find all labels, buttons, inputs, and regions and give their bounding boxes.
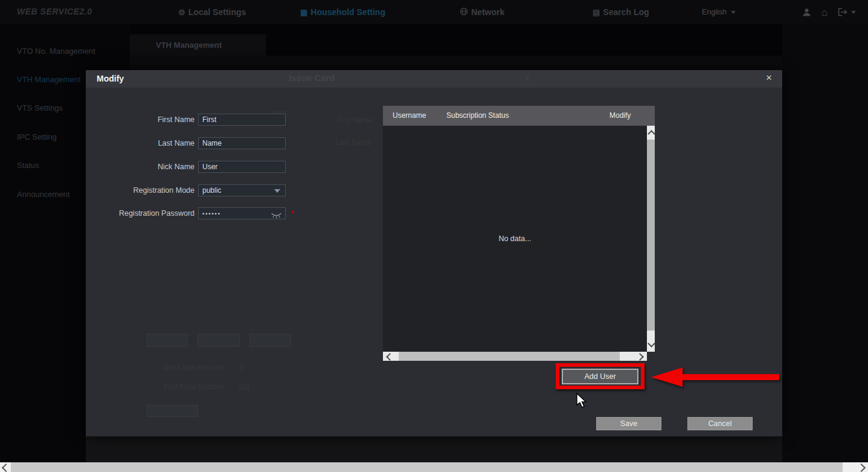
nick-name-label: Nick Name [98, 161, 194, 173]
log-icon: ▤ [593, 8, 600, 16]
sidebar-item-ipc-setting[interactable]: IPC Setting [17, 132, 57, 141]
ghost-dialog-title: Issue Card [289, 73, 335, 83]
scroll-left-icon[interactable] [2, 464, 10, 472]
page-horizontal-scrollbar[interactable] [0, 462, 868, 472]
horizontal-scroll-thumb[interactable] [399, 352, 620, 361]
first-name-field[interactable] [198, 114, 286, 126]
ghost-button [147, 334, 188, 347]
chevron-down-icon [274, 189, 280, 193]
ghost-label-unit-layer: Unit Layer Amount [163, 363, 223, 372]
form-row-nick-name: Nick Name [86, 161, 303, 173]
form-row-registration-password: Registration Password * [86, 207, 303, 219]
first-name-label: First Name [98, 114, 194, 126]
nav-local-settings-label: Local Settings [188, 7, 246, 17]
last-name-label: Last Name [98, 137, 194, 149]
gear-icon: ⚙ [178, 8, 185, 16]
registration-mode-value: public [202, 186, 221, 195]
last-name-field[interactable] [198, 137, 286, 149]
table-header: Username Subscription Status Modify [383, 106, 655, 126]
registration-mode-select[interactable]: public [198, 184, 286, 196]
globe-icon [460, 7, 468, 17]
column-modify: Modify [609, 111, 631, 120]
nav-network[interactable]: Network [460, 0, 504, 24]
content-band [130, 56, 782, 71]
save-button[interactable]: Save [596, 417, 661, 430]
ghost-label-first-name: First Name [337, 116, 373, 124]
scroll-right-icon[interactable] [636, 353, 644, 361]
ghost-button [198, 334, 240, 347]
ghost-value-first-floor: 101 [238, 383, 250, 391]
scrollbar-corner [647, 352, 655, 361]
scroll-up-icon[interactable] [648, 130, 655, 138]
registration-mode-label: Registration Mode [98, 184, 194, 196]
horizontal-scrollbar[interactable] [383, 352, 647, 361]
tab-vth-management[interactable]: VTH Management [130, 34, 266, 56]
column-username: Username [393, 111, 426, 120]
form-row-registration-mode: Registration Mode public [86, 184, 303, 196]
ghost-close-icon: X [524, 73, 530, 83]
table-body: No data... [383, 126, 647, 352]
ghost-value-unit-layer: 5 [240, 363, 244, 372]
form-row-last-name: Last Name [86, 137, 303, 149]
scroll-down-icon[interactable] [648, 340, 655, 348]
sidebar-item-vts-settings[interactable]: VTS Settings [17, 103, 63, 112]
cancel-button[interactable]: Cancel [687, 417, 753, 430]
language-label: English [702, 8, 727, 16]
column-subscription-status: Subscription Status [446, 111, 509, 120]
red-highlight-box: Add User [556, 363, 645, 389]
ghost-label-first-floor: First Floor Number [164, 383, 224, 391]
ghost-button [249, 334, 291, 347]
cancel-button-label: Cancel [709, 419, 732, 428]
language-selector[interactable]: English [702, 0, 736, 24]
mouse-cursor [576, 393, 590, 412]
nick-name-field[interactable] [198, 161, 286, 173]
save-button-label: Save [620, 419, 638, 428]
tab-vth-management-label: VTH Management [156, 40, 222, 50]
chevron-down-icon [851, 11, 856, 14]
close-icon[interactable]: × [764, 72, 774, 84]
add-user-button[interactable]: Add User [562, 369, 638, 384]
user-profile-icon[interactable] [802, 8, 811, 17]
dimmed-content-strip [86, 436, 782, 462]
logout-icon[interactable] [838, 8, 856, 16]
page-scroll-thumb[interactable] [11, 462, 843, 472]
red-arrow-annotation [648, 365, 782, 392]
nav-search-log[interactable]: ▤ Search Log [593, 0, 649, 24]
chevron-down-icon [731, 11, 736, 14]
sidebar-item-announcement[interactable]: Announcement [17, 190, 69, 199]
scroll-right-icon[interactable] [857, 464, 866, 472]
ghost-button [147, 405, 198, 417]
nav-network-label: Network [471, 7, 504, 17]
add-user-button-label: Add User [584, 372, 616, 381]
topbar-icon-group: ⌂ [802, 0, 856, 24]
vertical-scroll-thumb[interactable] [647, 140, 655, 331]
scroll-left-icon[interactable] [386, 353, 394, 361]
form-row-first-name: First Name [86, 114, 303, 126]
home-icon[interactable]: ⌂ [821, 7, 828, 18]
modify-dialog-titlebar: Modify × [86, 70, 782, 88]
sidebar-item-vto-no-management[interactable]: VTO No. Management [17, 47, 95, 56]
sidebar-item-vth-management[interactable]: VTH Management [17, 75, 81, 84]
nav-household-setting-label: Household Setting [310, 7, 385, 17]
top-nav-bar: WEB SERVICE2.0 ⚙ Local Settings ▦ Househ… [0, 0, 868, 24]
web-service-page: WEB SERVICE2.0 ⚙ Local Settings ▦ Househ… [0, 0, 868, 472]
subscription-users-table: Username Subscription Status Modify No d… [383, 106, 655, 361]
dialog-title: Modify [97, 74, 124, 83]
eye-closed-icon[interactable] [271, 210, 282, 221]
app-logo: WEB SERVICE2.0 [17, 7, 92, 16]
required-asterisk: * [291, 209, 294, 218]
empty-table-message: No data... [498, 234, 531, 243]
ghost-label-last-name: Last Name [336, 138, 371, 147]
nav-local-settings[interactable]: ⚙ Local Settings [178, 0, 246, 24]
sidebar-item-status[interactable]: Status [17, 161, 39, 170]
vertical-scrollbar[interactable] [647, 126, 655, 352]
nav-search-log-label: Search Log [603, 7, 649, 17]
registration-password-label: Registration Password [98, 207, 194, 219]
nav-household-setting[interactable]: ▦ Household Setting [300, 0, 385, 24]
building-icon: ▦ [300, 8, 307, 16]
